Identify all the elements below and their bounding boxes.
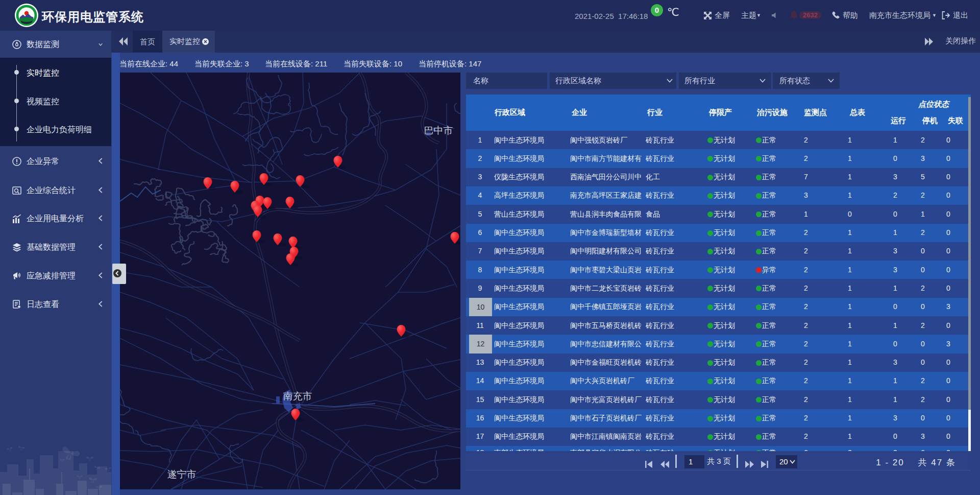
svg-text:巴中市: 巴中市 [424, 125, 453, 136]
svg-text:遂宁市: 遂宁市 [167, 469, 197, 480]
svg-text:0: 0 [655, 6, 659, 14]
svg-text:南充市: 南充市 [283, 391, 312, 402]
